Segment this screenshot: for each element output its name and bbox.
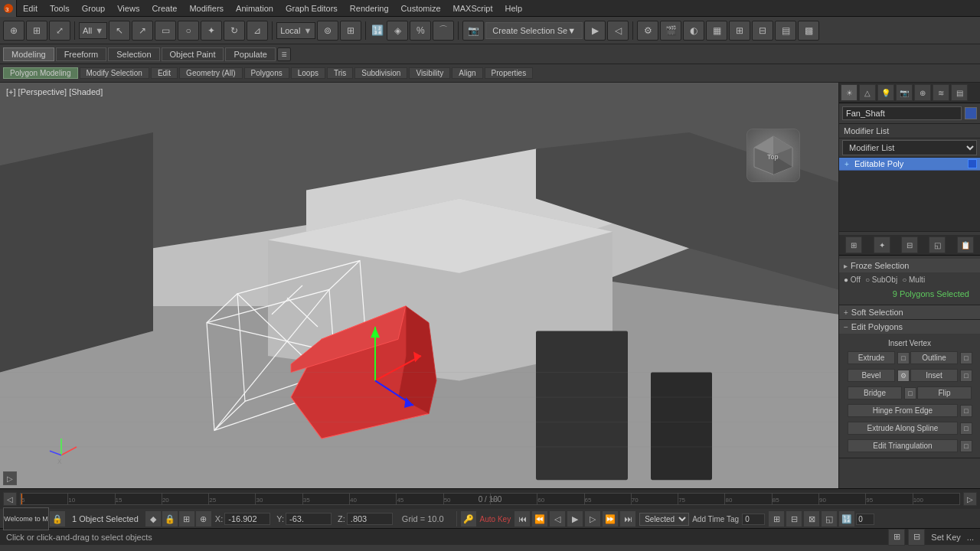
fence-select[interactable]: ⊞ bbox=[26, 21, 47, 41]
select-tool[interactable]: ⊕ bbox=[3, 21, 24, 41]
reference-dropdown[interactable]: Local ▼ bbox=[276, 22, 315, 39]
pb-icon-2[interactable]: ✦ bbox=[874, 236, 890, 253]
circ-select[interactable]: ○ bbox=[178, 21, 199, 41]
panel-icon-sets[interactable]: ▤ bbox=[951, 84, 968, 101]
edit-polygons-header[interactable]: − Edit Polygons bbox=[839, 320, 980, 334]
edit-tri-settings[interactable]: □ bbox=[960, 440, 972, 452]
extra-btn3[interactable]: ▤ bbox=[775, 21, 796, 41]
ep-icon1[interactable]: ⊞ bbox=[768, 510, 785, 527]
scale-tool[interactable]: ⊿ bbox=[247, 21, 268, 41]
extrude-spline-btn[interactable]: Extrude Along Spline bbox=[848, 422, 958, 435]
create-selection-button[interactable]: Create Selection Se ▼ bbox=[485, 22, 583, 39]
panel-icon-cam[interactable]: 📷 bbox=[896, 84, 913, 101]
extra-btn1[interactable]: ⊞ bbox=[729, 21, 750, 41]
move-tool[interactable]: ⤢ bbox=[49, 21, 70, 41]
z-input[interactable] bbox=[347, 513, 393, 525]
outline-settings[interactable]: □ bbox=[960, 352, 972, 364]
arc-btn[interactable]: ⌒ bbox=[433, 21, 454, 41]
tab-freeform[interactable]: Freeform bbox=[56, 47, 107, 61]
bridge-btn[interactable]: Bridge bbox=[848, 386, 902, 399]
bevel-settings[interactable]: ⚙ bbox=[897, 370, 910, 382]
menu-rendering[interactable]: Rendering bbox=[344, 2, 395, 15]
menu-maxscript[interactable]: MAXScript bbox=[447, 2, 499, 15]
align-btn[interactable]: ⊞ bbox=[340, 21, 361, 41]
panel-icon-spacewarps[interactable]: ≋ bbox=[933, 84, 949, 101]
tab-modeling[interactable]: Modeling bbox=[3, 47, 54, 61]
selected-dropdown[interactable]: Selected bbox=[639, 513, 689, 526]
edit-tri-btn[interactable]: Edit Triangulation bbox=[848, 439, 958, 452]
align-btn2[interactable]: Align bbox=[452, 67, 482, 79]
menu-graph-editors[interactable]: Graph Editors bbox=[279, 2, 344, 15]
navcube[interactable]: Top bbox=[746, 129, 808, 190]
pb-icon-1[interactable]: ⊞ bbox=[845, 236, 862, 253]
select-obj[interactable]: ↖ bbox=[109, 21, 130, 41]
texture-btn[interactable]: ▦ bbox=[706, 21, 727, 41]
menu-animation[interactable]: Animation bbox=[230, 2, 279, 15]
snap-status[interactable]: ⊞ bbox=[178, 510, 195, 527]
viewport-expand[interactable]: ▷ bbox=[3, 471, 17, 485]
render-setup[interactable]: ⚙ bbox=[637, 21, 658, 41]
extra-btn4[interactable]: ▩ bbox=[798, 21, 819, 41]
tab-selection[interactable]: Selection bbox=[108, 47, 159, 61]
go-end[interactable]: ⏭ bbox=[619, 510, 636, 527]
next-frame-btn[interactable]: ▷ bbox=[584, 510, 601, 527]
key-icon[interactable]: ◆ bbox=[145, 510, 162, 527]
edit-btn[interactable]: Edit bbox=[151, 67, 178, 79]
polygons-btn[interactable]: Polygons bbox=[244, 67, 289, 79]
modifier-dropdown[interactable]: Modifier List bbox=[842, 140, 977, 155]
poly-modeling-btn[interactable]: Polygon Modeling bbox=[3, 67, 78, 79]
hinge-btn[interactable]: Hinge From Edge bbox=[848, 404, 958, 417]
object-color-swatch[interactable] bbox=[965, 107, 977, 119]
tl-next[interactable]: ▷ bbox=[963, 492, 977, 506]
geometry-btn[interactable]: Geometry (All) bbox=[179, 67, 242, 79]
subtab-options[interactable]: ≡ bbox=[277, 47, 291, 61]
menu-views[interactable]: Views bbox=[111, 2, 145, 15]
all-dropdown[interactable]: All ▼ bbox=[79, 22, 107, 39]
menu-tools[interactable]: Tools bbox=[44, 2, 76, 15]
inset-btn[interactable]: Inset bbox=[910, 369, 958, 382]
bridge-settings[interactable]: □ bbox=[904, 387, 916, 399]
hinge-settings[interactable]: □ bbox=[960, 405, 972, 417]
lock-icon[interactable]: 🔒 bbox=[162, 510, 178, 527]
extrude-spline-settings[interactable]: □ bbox=[960, 422, 972, 435]
menu-help[interactable]: Help bbox=[499, 2, 529, 15]
froze-selection-header[interactable]: ▸ Froze Selection bbox=[839, 259, 980, 272]
properties-btn[interactable]: Properties bbox=[485, 67, 534, 79]
viewport[interactable]: [+] [Perspective] [Shaded] bbox=[0, 83, 838, 488]
loops-btn[interactable]: Loops bbox=[291, 67, 325, 79]
percent-btn[interactable]: % bbox=[410, 21, 431, 41]
pivot-btn[interactable]: ⊚ bbox=[317, 21, 338, 41]
play-anim[interactable]: ▶ bbox=[584, 21, 606, 41]
inset-settings[interactable]: □ bbox=[960, 370, 972, 382]
x-input[interactable] bbox=[224, 513, 270, 525]
visibility-btn[interactable]: Visibility bbox=[409, 67, 450, 79]
camera-btn[interactable]: 📷 bbox=[462, 21, 484, 41]
panel-icon-helpers[interactable]: ⊕ bbox=[914, 84, 931, 101]
y-input[interactable] bbox=[286, 513, 332, 525]
key-btn[interactable]: 🔑 bbox=[460, 510, 477, 527]
menu-edit[interactable]: Edit bbox=[17, 2, 44, 15]
menu-create[interactable]: Create bbox=[145, 2, 183, 15]
rect-select[interactable]: ▭ bbox=[155, 21, 176, 41]
timeline-track[interactable]: 0 / 100 5 10 15 20 25 30 35 40 45 50 55 … bbox=[20, 493, 960, 505]
pb-icon-4[interactable]: ◱ bbox=[929, 236, 946, 253]
flip-btn[interactable]: Flip bbox=[917, 386, 972, 399]
world-icon[interactable]: ⊕ bbox=[195, 510, 212, 527]
status-icon2[interactable]: ⊟ bbox=[908, 529, 925, 546]
ep-icon3[interactable]: ⊠ bbox=[803, 510, 820, 527]
go-start[interactable]: ⏮ bbox=[514, 510, 531, 527]
prev-frame[interactable]: ◁ bbox=[607, 21, 629, 41]
expand-icon[interactable]: ▷ bbox=[3, 471, 17, 485]
panel-icon-display[interactable]: ☀ bbox=[841, 84, 858, 101]
menu-group[interactable]: Group bbox=[76, 2, 112, 15]
tris-btn[interactable]: Tris bbox=[327, 67, 353, 79]
tab-populate[interactable]: Populate bbox=[225, 47, 275, 61]
panel-icon-shapes[interactable]: △ bbox=[859, 84, 876, 101]
prev-key[interactable]: ⏪ bbox=[531, 510, 548, 527]
panel-icon-lights[interactable]: 💡 bbox=[877, 84, 894, 101]
tl-prev[interactable]: ◁ bbox=[3, 492, 17, 506]
snap-toggle[interactable]: ✦ bbox=[201, 21, 222, 41]
auto-key-btn[interactable]: Auto Key bbox=[477, 515, 514, 523]
prev-frame-btn[interactable]: ◁ bbox=[549, 510, 566, 527]
play-btn[interactable]: ▶ bbox=[567, 510, 583, 527]
